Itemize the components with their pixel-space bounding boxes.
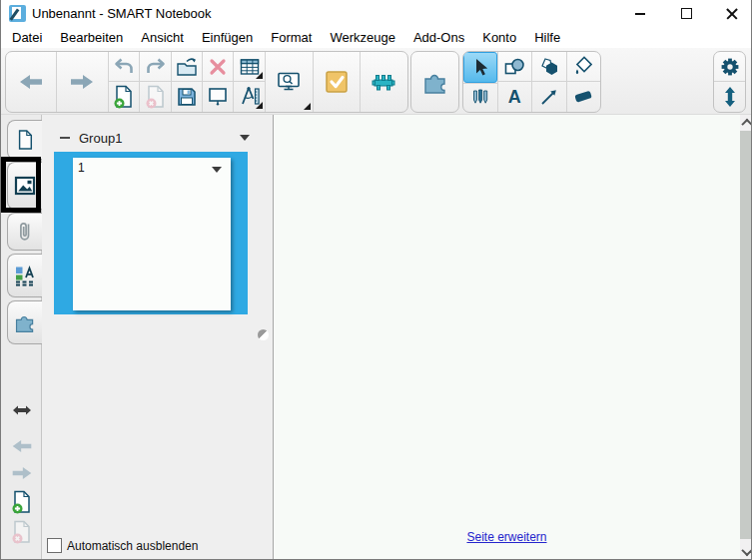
- toolbar: A: [1, 48, 752, 115]
- eraser-tool-button[interactable]: [567, 81, 601, 111]
- redo-button[interactable]: [140, 52, 170, 81]
- screen-shade-icon: [208, 87, 228, 106]
- shapes-tool-button[interactable]: [498, 52, 532, 81]
- menu-item-datei[interactable]: Datei: [3, 27, 51, 48]
- next-page-icon: [69, 73, 95, 91]
- menu-item-werkzeuge[interactable]: Werkzeuge: [321, 27, 404, 48]
- text-tool-button[interactable]: A: [498, 81, 532, 111]
- group-label: Group1: [79, 131, 122, 146]
- fill-tool-button[interactable]: [567, 52, 601, 81]
- menu-item-bearbeiten[interactable]: Bearbeiten: [51, 27, 132, 48]
- move-toolbar-icon: [723, 86, 737, 108]
- save-button[interactable]: [172, 81, 202, 111]
- sidebar-next-page-button[interactable]: [1, 465, 42, 481]
- screen-capture-icon: [275, 71, 303, 93]
- page-canvas[interactable]: Seite erweitern: [274, 115, 740, 560]
- pens-tool-button[interactable]: [463, 83, 497, 113]
- move-sidebar-button[interactable]: [1, 404, 42, 416]
- group-collapse-button[interactable]: [60, 137, 70, 139]
- minimize-button[interactable]: [617, 0, 663, 27]
- previous-page-disabled-icon: [11, 438, 33, 454]
- puzzle-tab-icon: [13, 311, 37, 333]
- add-ons-button[interactable]: [411, 52, 458, 112]
- move-toolbar-button[interactable]: [714, 81, 745, 111]
- menu-item-addons[interactable]: Add-Ons: [404, 27, 473, 48]
- polygon-icon: [538, 57, 560, 77]
- scroll-thumb[interactable]: [740, 131, 752, 539]
- robot-icon: [371, 71, 396, 94]
- page-number: 1: [78, 161, 85, 175]
- menu-item-einfuegen[interactable]: Einfügen: [193, 27, 262, 48]
- gallery-image-icon: [14, 176, 36, 196]
- horizontal-arrows-icon: [12, 404, 32, 416]
- chevron-down-icon: [741, 545, 752, 556]
- previous-page-button[interactable]: [6, 52, 56, 112]
- menu-item-ansicht[interactable]: Ansicht: [132, 27, 193, 48]
- page-thumbnail-selected[interactable]: 1: [54, 152, 248, 314]
- app-icon[interactable]: [9, 5, 26, 22]
- tab-attachments[interactable]: [7, 213, 42, 251]
- measurement-tools-button[interactable]: [234, 81, 264, 111]
- page-sorter-panel: Group1 1 Automatisch ausblenden: [42, 115, 273, 560]
- redo-icon: [146, 58, 166, 75]
- menu-item-hilfe[interactable]: Hilfe: [525, 27, 569, 48]
- delete-x-icon: [209, 58, 227, 76]
- screen-capture-button[interactable]: [265, 52, 313, 112]
- save-icon: [177, 87, 197, 107]
- undo-icon: [114, 58, 134, 75]
- previous-page-icon: [18, 73, 44, 91]
- tab-properties[interactable]: [7, 254, 42, 297]
- sidebar-tabstrip: [1, 115, 42, 560]
- toolbar-group-navigation: [5, 51, 408, 113]
- menu-item-format[interactable]: Format: [262, 27, 321, 48]
- gear-icon: [719, 56, 741, 78]
- extend-page-link[interactable]: Seite erweitern: [274, 530, 740, 544]
- scroll-down-button[interactable]: [740, 544, 752, 560]
- smart-response-button[interactable]: [313, 52, 360, 112]
- vertical-scrollbar[interactable]: [740, 115, 752, 560]
- scroll-up-button[interactable]: [740, 115, 752, 131]
- close-button[interactable]: [709, 0, 752, 27]
- titlebar: Unbenannt - SMART Notebook: [1, 0, 752, 27]
- sidebar-delete-page-icon: [11, 520, 33, 544]
- minimize-icon: [635, 13, 645, 15]
- text-tool-icon: A: [508, 88, 521, 106]
- insert-table-button[interactable]: [234, 52, 264, 81]
- tab-add-ons[interactable]: [7, 300, 42, 344]
- next-page-button[interactable]: [56, 52, 108, 112]
- panel-collapse-handle[interactable]: [258, 329, 269, 340]
- delete-page-icon: [145, 85, 167, 109]
- polygons-tool-button[interactable]: [532, 52, 566, 81]
- response-check-icon: [324, 69, 350, 95]
- measurement-tools-icon: [239, 86, 261, 107]
- pens-icon: [469, 88, 491, 108]
- select-tool-button[interactable]: [463, 52, 497, 83]
- autohide-checkbox[interactable]: [47, 538, 62, 553]
- delete-button[interactable]: [203, 52, 233, 81]
- sidebar-previous-page-button[interactable]: [1, 438, 42, 454]
- tab-gallery[interactable]: [7, 162, 42, 210]
- maximize-button[interactable]: [663, 0, 709, 27]
- smart-lab-button[interactable]: [360, 52, 407, 112]
- page-thumbnail-canvas[interactable]: 1: [73, 158, 231, 310]
- tab-page-sorter[interactable]: [7, 120, 42, 160]
- eraser-icon: [572, 88, 594, 105]
- undo-button[interactable]: [109, 52, 139, 81]
- open-file-icon: [176, 57, 198, 77]
- lines-tool-button[interactable]: [532, 81, 566, 111]
- delete-page-button[interactable]: [140, 81, 170, 111]
- open-file-button[interactable]: [172, 52, 202, 81]
- sidebar-delete-page-button[interactable]: [1, 520, 42, 544]
- page-menu-caret[interactable]: [212, 167, 222, 173]
- sidebar-add-page-button[interactable]: [1, 490, 42, 514]
- screen-shade-button[interactable]: [203, 81, 233, 111]
- group-menu-caret[interactable]: [240, 135, 250, 141]
- toolbar-group-addons: [410, 51, 459, 113]
- autohide-row: Automatisch ausblenden: [47, 538, 198, 553]
- sidebar-add-page-icon: [11, 490, 33, 514]
- menu-item-konto[interactable]: Konto: [473, 27, 525, 48]
- add-page-button[interactable]: [109, 81, 139, 111]
- insert-table-icon: [240, 58, 260, 76]
- autohide-label: Automatisch ausblenden: [67, 539, 198, 553]
- customize-toolbar-button[interactable]: [714, 52, 745, 81]
